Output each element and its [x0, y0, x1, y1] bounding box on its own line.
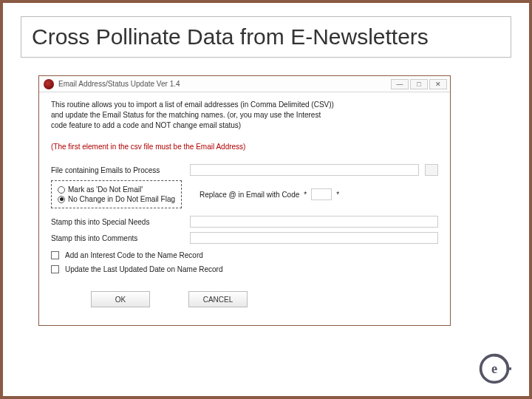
interest-code-label: Add an Interest Code to the Name Record [65, 251, 203, 259]
warning-text: (The first element in the csv file must … [51, 143, 438, 151]
dialog-titlebar: Email Address/Status Update Ver 1.4 — □ … [39, 76, 450, 92]
file-row: File containing Emails to Process [51, 164, 438, 176]
intro-line-3: code feature to add a code and NOT chang… [51, 120, 438, 131]
interest-code-row: Add an Interest Code to the Name Record [51, 251, 438, 259]
radio-label-2: No Change in Do Not Email Flag [68, 195, 175, 203]
ok-button[interactable]: OK [91, 291, 150, 307]
intro-line-2: and update the Email Status for the matc… [51, 110, 438, 120]
app-icon [44, 79, 54, 89]
last-updated-row: Update the Last Updated Date on Name Rec… [51, 265, 438, 273]
dialog-title: Email Address/Status Update Ver 1.4 [58, 80, 180, 88]
intro-line-1: This routine allows you to import a list… [51, 100, 438, 110]
star-left: * [304, 191, 307, 199]
browse-button[interactable] [425, 164, 438, 176]
radio-label-1: Mark as 'Do Not Email' [68, 185, 143, 194]
star-right: * [336, 191, 339, 199]
radio-mark-do-not-email[interactable] [58, 186, 65, 194]
stamp-comments-label: Stamp this into Comments [51, 234, 184, 242]
last-updated-checkbox[interactable] [51, 265, 59, 273]
radio-no-change[interactable] [58, 196, 65, 203]
file-path-input[interactable] [190, 164, 419, 176]
last-updated-label: Update the Last Updated Date on Name Rec… [65, 265, 222, 273]
slide-title-box: Cross Pollinate Data from E-Newsletters [21, 16, 511, 58]
svg-text:e: e [491, 361, 497, 376]
email-flag-group: Mark as 'Do Not Email' No Change in Do N… [51, 180, 182, 208]
stamp-comments-input[interactable] [190, 232, 438, 244]
dialog-body: This routine allows you to import a list… [39, 92, 450, 325]
footer-logo-icon: e [477, 352, 511, 386]
close-button[interactable]: ✕ [429, 79, 447, 89]
email-flag-row: Mark as 'Do Not Email' No Change in Do N… [51, 180, 438, 208]
interest-code-checkbox[interactable] [51, 251, 59, 259]
replace-at-row: Replace @ in Email with Code * * [200, 188, 339, 200]
stamp-special-label: Stamp this into Special Needs [51, 218, 184, 226]
maximize-button[interactable]: □ [410, 79, 428, 89]
stamp-special-input[interactable] [190, 216, 438, 228]
cancel-button[interactable]: CANCEL [188, 291, 248, 307]
stamp-comments-row: Stamp this into Comments [51, 232, 438, 244]
minimize-button[interactable]: — [391, 79, 409, 89]
stamp-special-row: Stamp this into Special Needs [51, 216, 438, 228]
intro-text: This routine allows you to import a list… [51, 100, 438, 131]
file-label: File containing Emails to Process [51, 166, 184, 174]
dialog-window: Email Address/Status Update Ver 1.4 — □ … [38, 75, 451, 326]
slide-title: Cross Pollinate Data from E-Newsletters [32, 24, 500, 50]
replace-label: Replace @ in Email with Code [200, 191, 299, 199]
replace-code-input[interactable] [311, 188, 332, 200]
button-row: OK CANCEL [91, 291, 438, 307]
